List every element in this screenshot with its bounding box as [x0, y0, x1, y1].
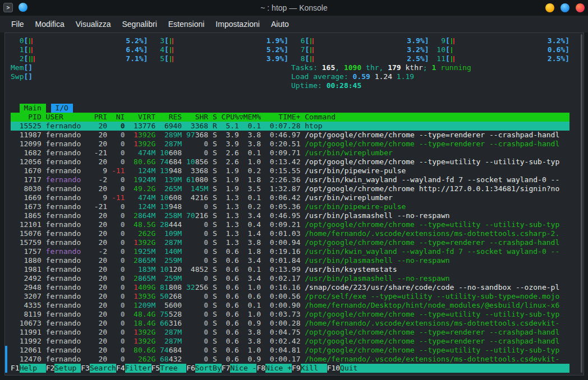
- cpu-meter-1: 1[6.4%]: [11, 45, 148, 54]
- process-row[interactable]: 1673fernando-210124M139480S1.30.20:05.36…: [11, 202, 569, 211]
- meter-label: 1: [11, 45, 24, 54]
- process-row[interactable]: 8119fernando20048.4G755280S0.61.00:03.73…: [11, 310, 569, 319]
- header-ni[interactable]: NI: [107, 113, 125, 122]
- process-row[interactable]: 12099fernando2001392G287M0S3.93.80:20.51…: [11, 140, 569, 149]
- menu-item-segnalibri[interactable]: Segnalibri: [116, 18, 162, 30]
- cpu-meter-10: 10[0.6%]: [433, 45, 570, 54]
- process-row[interactable]: 10673fernando20018.4G663160S0.60.90:00.2…: [11, 319, 569, 328]
- meter-label: 10: [433, 45, 445, 54]
- window-controls: [545, 3, 585, 12]
- meter-label: 4: [151, 45, 164, 54]
- process-row[interactable]: 11987fernando2001392G289M97368S3.93.80:4…: [11, 131, 569, 140]
- konsole-window: > ~ : htop — Konsole FileModificaVisuali…: [0, 0, 588, 380]
- process-row[interactable]: 1669fernando9-11474M106084216S1.30.10:06…: [11, 193, 569, 202]
- header-pri[interactable]: PRI: [90, 113, 107, 122]
- fnkey-f6[interactable]: F6SortBy: [186, 364, 222, 373]
- process-row[interactable]: 12061fernando20080.6G746840S0.61.00:04.8…: [11, 346, 569, 355]
- menu-item-impostazioni[interactable]: Impostazioni: [210, 18, 265, 30]
- cpu-meter-4: 4[5.2%]: [151, 45, 289, 54]
- close-button[interactable]: [576, 3, 585, 12]
- header-user[interactable]: USER: [42, 113, 90, 122]
- fnkey-f10[interactable]: F10Quit: [327, 364, 358, 373]
- tab-main[interactable]: Main: [20, 104, 46, 113]
- cpu-meter-5: 5[3.9%]: [151, 54, 289, 63]
- process-row[interactable]: 1682fernando-210474M106080S2.60.10:09.71…: [11, 149, 569, 157]
- function-key-bar: F1Help F2Setup F3SearchF4FilterF5Tree F6…: [11, 364, 569, 373]
- menu-item-aiuto[interactable]: Aiuto: [265, 18, 295, 30]
- fnkey-f4[interactable]: F4Filter: [116, 364, 151, 373]
- titlebar[interactable]: > ~ : htop — Konsole: [0, 0, 588, 16]
- load-average: Load average: 0.59 1.24 1.19: [291, 72, 414, 81]
- process-row[interactable]: 1865fernando2002864M258M70216S1.33.40:46…: [11, 211, 569, 220]
- header-time[interactable]: TIME+: [261, 113, 300, 122]
- meter-label: 9: [433, 36, 445, 45]
- header-mem-with-sort-arrow[interactable]: ▽MEM%: [239, 113, 261, 122]
- process-row[interactable]: 15525fernando2001377669403368R5.10.10:07…: [11, 122, 569, 131]
- header-cpu-sort-column[interactable]: CPU%: [217, 113, 239, 122]
- scroll-position-indicator: [5, 346, 7, 373]
- cpu-meter-7: 7[3.2%]: [292, 45, 429, 54]
- menubar: FileModificaVisualizzaSegnalibriEstensio…: [0, 16, 588, 33]
- process-row[interactable]: 3207fernando2001393G502680S0.60.60:00.56…: [11, 292, 569, 301]
- process-row[interactable]: 12470fernando200262G684320S0.60.90:00.17…: [11, 355, 569, 364]
- cpu-meter-11: 11[2.5%]: [433, 54, 570, 63]
- meter-label: 11: [433, 54, 445, 63]
- process-row[interactable]: 8030fernando20049.2G265M145MS1.93.51:32.…: [11, 184, 569, 193]
- process-row[interactable]: 1670fernando9-11124M139483368S1.90.20:15…: [11, 166, 569, 175]
- cpu-meter-2: 2[7.1%]: [11, 54, 148, 63]
- header-virt[interactable]: VIRT: [125, 113, 155, 122]
- uptime: Uptime: 00:28:45: [291, 81, 361, 90]
- meter-label: Mem: [11, 63, 24, 72]
- fnbar-filler: [357, 364, 569, 373]
- meter-label: 0: [11, 36, 24, 45]
- meter-label: 2: [11, 54, 24, 63]
- scrollbar[interactable]: [581, 34, 582, 373]
- process-row[interactable]: 1880fernando2002865M259M0S0.63.40:01.84/…: [11, 256, 569, 265]
- fnkey-f2[interactable]: F2Setup: [46, 364, 81, 373]
- header-command[interactable]: Command: [300, 113, 569, 122]
- window-title: ~ : htop — Konsole: [0, 3, 588, 12]
- minimize-button[interactable]: [545, 3, 554, 12]
- cpu-meter-3: 3[1.9%]: [151, 36, 289, 45]
- meter-label: 3: [151, 36, 164, 45]
- process-row[interactable]: 15076fernando200262G109M0S1.31.40:01.03/…: [11, 229, 569, 238]
- pin-icon[interactable]: [19, 3, 27, 12]
- menu-item-visualizza[interactable]: Visualizza: [70, 18, 117, 30]
- fnkey-f7[interactable]: F7Nice -: [222, 364, 257, 373]
- process-row[interactable]: 11991fernando2001392G287M0S0.63.80:04.75…: [11, 328, 569, 337]
- process-table: 15525fernando2001377669403368R5.10.10:07…: [11, 122, 569, 364]
- menu-item-modifica[interactable]: Modifica: [30, 18, 70, 30]
- swap-meter: Swp[495M/512M]: [11, 72, 291, 81]
- meter-label: 7: [292, 45, 305, 54]
- process-row[interactable]: 15759fernando2001392G287M0S1.33.80:00.94…: [11, 238, 569, 247]
- process-row[interactable]: 12101fernando20048.5G284440S1.30.40:09.2…: [11, 220, 569, 229]
- header-shr[interactable]: SHR: [182, 113, 208, 122]
- cpu-meter-grid: 0[5.2%]1[6.4%]2[7.1%]3[1.9%]4[5.2%]5[3.9…: [11, 36, 569, 63]
- tab-io[interactable]: I/O: [51, 104, 73, 113]
- process-row[interactable]: 2492fernando2002865M259M0S0.63.40:02.17/…: [11, 274, 569, 283]
- fnkey-f1[interactable]: F1Help: [11, 364, 46, 373]
- cpu-meter-6: 6[3.9%]: [292, 36, 429, 45]
- header-state[interactable]: S: [208, 113, 217, 122]
- process-row[interactable]: 11992fernando2001392G287M0S0.63.80:02.42…: [11, 337, 569, 346]
- header-pid[interactable]: PID: [11, 113, 42, 122]
- process-row[interactable]: 1757fernando-201925M140M0S0.61.80:19.16/…: [11, 247, 569, 256]
- maximize-button[interactable]: [561, 3, 569, 12]
- menu-item-file[interactable]: File: [6, 18, 30, 30]
- cpu-meter-8: 8[2.5%]: [292, 54, 429, 63]
- process-row[interactable]: 1717fernando-201924M139M61080S1.91.82:26…: [11, 175, 569, 184]
- fnkey-f8[interactable]: F8Nice +: [256, 364, 292, 373]
- menu-item-estensioni[interactable]: Estensioni: [163, 18, 210, 30]
- terminal-viewport[interactable]: 0[5.2%]1[6.4%]2[7.1%]3[1.9%]4[5.2%]5[3.9…: [4, 33, 584, 376]
- process-row[interactable]: 1981fernando200183M101204852S0.60.10:13.…: [11, 265, 569, 274]
- process-row[interactable]: 4335fernando2001209M56000S0.60.10:00.90/…: [11, 301, 569, 310]
- fnkey-f3[interactable]: F3Search: [81, 364, 116, 373]
- tasks-summary: Tasks: 165, 1090 thr, 179 kthr; 1 runnin…: [291, 63, 471, 72]
- meter-label: 8: [292, 54, 305, 63]
- fnkey-f5[interactable]: F5Tree: [151, 364, 187, 373]
- process-row[interactable]: 2948fernando2001409G8180832256S0.61.00:1…: [11, 283, 569, 292]
- process-row[interactable]: 12056fernando20080.6G7468410856S2.61.00:…: [11, 157, 569, 166]
- cpu-meter-0: 0[5.2%]: [11, 36, 148, 45]
- header-res[interactable]: RES: [155, 113, 182, 122]
- fnkey-f9[interactable]: F9Kill: [292, 364, 327, 373]
